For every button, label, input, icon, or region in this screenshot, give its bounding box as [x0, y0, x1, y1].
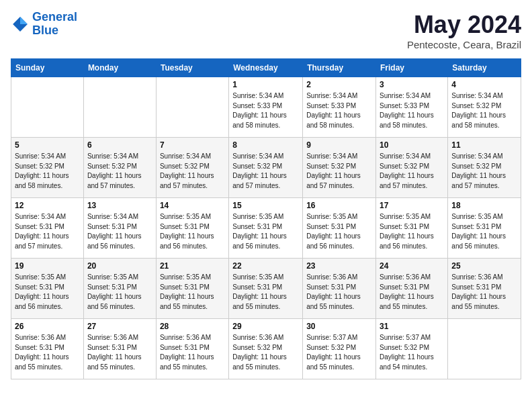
day-info: Sunrise: 5:34 AM Sunset: 5:33 PM Dayligh…	[306, 91, 372, 130]
day-number: 1	[232, 80, 299, 89]
logo-text: General Blue	[32, 11, 77, 38]
location-subtitle: Pentecoste, Ceara, Brazil	[407, 39, 521, 50]
day-info: Sunrise: 5:34 AM Sunset: 5:33 PM Dayligh…	[380, 91, 444, 130]
table-row: 16Sunrise: 5:35 AM Sunset: 5:31 PM Dayli…	[303, 198, 376, 259]
day-number: 29	[232, 322, 299, 331]
col-sunday: Sunday	[11, 59, 84, 77]
table-row: 10Sunrise: 5:34 AM Sunset: 5:32 PM Dayli…	[376, 138, 448, 198]
day-info: Sunrise: 5:36 AM Sunset: 5:31 PM Dayligh…	[306, 273, 372, 312]
table-row: 4Sunrise: 5:34 AM Sunset: 5:32 PM Daylig…	[448, 77, 521, 138]
day-number: 5	[15, 140, 80, 150]
day-info: Sunrise: 5:35 AM Sunset: 5:31 PM Dayligh…	[87, 273, 152, 312]
title-block: May 2024 Pentecoste, Ceara, Brazil	[407, 11, 521, 50]
day-number: 28	[160, 322, 225, 331]
table-row: 23Sunrise: 5:36 AM Sunset: 5:31 PM Dayli…	[303, 259, 376, 319]
day-number: 2	[306, 80, 372, 89]
table-row: 14Sunrise: 5:35 AM Sunset: 5:31 PM Dayli…	[156, 198, 228, 259]
table-row: 15Sunrise: 5:35 AM Sunset: 5:31 PM Dayli…	[229, 198, 303, 259]
day-info: Sunrise: 5:36 AM Sunset: 5:31 PM Dayligh…	[451, 273, 517, 312]
day-info: Sunrise: 5:35 AM Sunset: 5:31 PM Dayligh…	[306, 212, 372, 251]
day-info: Sunrise: 5:36 AM Sunset: 5:32 PM Dayligh…	[232, 333, 299, 372]
day-number: 10	[380, 140, 444, 150]
day-number: 24	[380, 261, 444, 271]
day-info: Sunrise: 5:35 AM Sunset: 5:31 PM Dayligh…	[451, 212, 517, 251]
table-row: 25Sunrise: 5:36 AM Sunset: 5:31 PM Dayli…	[448, 259, 521, 319]
table-row: 13Sunrise: 5:34 AM Sunset: 5:31 PM Dayli…	[83, 198, 156, 259]
calendar-body: 1Sunrise: 5:34 AM Sunset: 5:33 PM Daylig…	[11, 77, 521, 379]
day-number: 22	[232, 261, 299, 271]
day-info: Sunrise: 5:37 AM Sunset: 5:32 PM Dayligh…	[306, 333, 372, 372]
day-info: Sunrise: 5:34 AM Sunset: 5:31 PM Dayligh…	[15, 212, 80, 251]
day-info: Sunrise: 5:35 AM Sunset: 5:31 PM Dayligh…	[380, 212, 444, 251]
day-info: Sunrise: 5:36 AM Sunset: 5:31 PM Dayligh…	[160, 333, 225, 372]
day-number: 14	[160, 201, 225, 210]
table-row: 22Sunrise: 5:35 AM Sunset: 5:31 PM Dayli…	[229, 259, 303, 319]
table-row: 17Sunrise: 5:35 AM Sunset: 5:31 PM Dayli…	[376, 198, 448, 259]
day-number: 18	[451, 201, 517, 210]
day-info: Sunrise: 5:34 AM Sunset: 5:32 PM Dayligh…	[160, 152, 225, 191]
day-number: 11	[451, 140, 517, 150]
table-row: 29Sunrise: 5:36 AM Sunset: 5:32 PM Dayli…	[229, 319, 303, 379]
day-number: 17	[380, 201, 444, 210]
day-number: 23	[306, 261, 372, 271]
table-row: 6Sunrise: 5:34 AM Sunset: 5:32 PM Daylig…	[83, 138, 156, 198]
day-info: Sunrise: 5:34 AM Sunset: 5:32 PM Dayligh…	[232, 152, 299, 191]
day-info: Sunrise: 5:34 AM Sunset: 5:32 PM Dayligh…	[380, 152, 444, 191]
day-number: 6	[87, 140, 152, 150]
day-info: Sunrise: 5:34 AM Sunset: 5:32 PM Dayligh…	[451, 152, 517, 191]
table-row: 9Sunrise: 5:34 AM Sunset: 5:32 PM Daylig…	[303, 138, 376, 198]
svg-marker-2	[20, 17, 28, 24]
day-number: 25	[451, 261, 517, 271]
table-row: 18Sunrise: 5:35 AM Sunset: 5:31 PM Dayli…	[448, 198, 521, 259]
day-number: 27	[87, 322, 152, 331]
day-number: 13	[87, 201, 152, 210]
day-number: 9	[306, 140, 372, 150]
day-info: Sunrise: 5:37 AM Sunset: 5:32 PM Dayligh…	[380, 333, 444, 372]
day-info: Sunrise: 5:36 AM Sunset: 5:31 PM Dayligh…	[87, 333, 152, 372]
day-info: Sunrise: 5:34 AM Sunset: 5:32 PM Dayligh…	[15, 152, 80, 191]
day-info: Sunrise: 5:34 AM Sunset: 5:32 PM Dayligh…	[87, 152, 152, 191]
day-number: 7	[160, 140, 225, 150]
table-row: 7Sunrise: 5:34 AM Sunset: 5:32 PM Daylig…	[156, 138, 228, 198]
col-thursday: Thursday	[303, 59, 376, 77]
day-info: Sunrise: 5:36 AM Sunset: 5:31 PM Dayligh…	[15, 333, 80, 372]
table-row: 1Sunrise: 5:34 AM Sunset: 5:33 PM Daylig…	[229, 77, 303, 138]
day-info: Sunrise: 5:36 AM Sunset: 5:31 PM Dayligh…	[380, 273, 444, 312]
table-row: 27Sunrise: 5:36 AM Sunset: 5:31 PM Dayli…	[83, 319, 156, 379]
day-number: 8	[232, 140, 299, 150]
table-row: 19Sunrise: 5:35 AM Sunset: 5:31 PM Dayli…	[11, 259, 84, 319]
page-header: General Blue May 2024 Pentecoste, Ceara,…	[11, 11, 521, 50]
day-info: Sunrise: 5:34 AM Sunset: 5:32 PM Dayligh…	[306, 152, 372, 191]
day-info: Sunrise: 5:35 AM Sunset: 5:31 PM Dayligh…	[232, 273, 299, 312]
table-row: 20Sunrise: 5:35 AM Sunset: 5:31 PM Dayli…	[83, 259, 156, 319]
table-row	[11, 77, 84, 138]
col-monday: Monday	[83, 59, 156, 77]
day-number: 16	[306, 201, 372, 210]
col-tuesday: Tuesday	[156, 59, 228, 77]
calendar-table: Sunday Monday Tuesday Wednesday Thursday…	[11, 58, 521, 379]
day-info: Sunrise: 5:35 AM Sunset: 5:31 PM Dayligh…	[160, 212, 225, 251]
table-row: 11Sunrise: 5:34 AM Sunset: 5:32 PM Dayli…	[448, 138, 521, 198]
col-friday: Friday	[376, 59, 448, 77]
col-wednesday: Wednesday	[229, 59, 303, 77]
day-number: 12	[15, 201, 80, 210]
day-number: 20	[87, 261, 152, 271]
table-row: 12Sunrise: 5:34 AM Sunset: 5:31 PM Dayli…	[11, 198, 84, 259]
table-row: 5Sunrise: 5:34 AM Sunset: 5:32 PM Daylig…	[11, 138, 84, 198]
day-number: 21	[160, 261, 225, 271]
day-info: Sunrise: 5:34 AM Sunset: 5:31 PM Dayligh…	[87, 212, 152, 251]
day-number: 19	[15, 261, 80, 271]
day-number: 3	[380, 80, 444, 89]
table-row: 2Sunrise: 5:34 AM Sunset: 5:33 PM Daylig…	[303, 77, 376, 138]
table-row	[83, 77, 156, 138]
table-row: 21Sunrise: 5:35 AM Sunset: 5:31 PM Dayli…	[156, 259, 228, 319]
month-title: May 2024	[407, 11, 521, 39]
day-info: Sunrise: 5:35 AM Sunset: 5:31 PM Dayligh…	[15, 273, 80, 312]
day-info: Sunrise: 5:35 AM Sunset: 5:31 PM Dayligh…	[232, 212, 299, 251]
table-row	[448, 319, 521, 379]
table-row: 31Sunrise: 5:37 AM Sunset: 5:32 PM Dayli…	[376, 319, 448, 379]
day-number: 4	[451, 80, 517, 89]
day-number: 30	[306, 322, 372, 331]
day-info: Sunrise: 5:34 AM Sunset: 5:32 PM Dayligh…	[451, 91, 517, 130]
logo: General Blue	[11, 11, 77, 38]
